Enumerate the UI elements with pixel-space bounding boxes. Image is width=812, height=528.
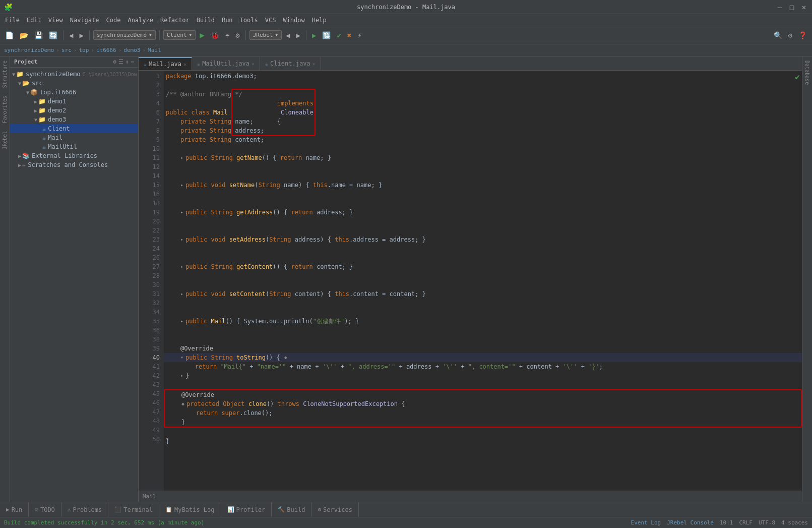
bottom-tab-terminal[interactable]: ⬛ Terminal — [108, 502, 159, 517]
bottom-tab-profiler[interactable]: 📊 Profiler — [221, 502, 272, 517]
fold-marker-40[interactable]: ▾ — [180, 353, 183, 362]
minimize-btn[interactable]: — — [776, 3, 784, 11]
jrebel-back-btn[interactable]: ◀ — [284, 30, 292, 40]
help-btn[interactable]: ❓ — [796, 30, 809, 40]
maximize-btn[interactable]: □ — [788, 3, 796, 11]
event-log-link[interactable]: Event Log — [631, 519, 661, 526]
sidebar-settings-btn[interactable]: ⋯ — [131, 58, 134, 65]
jrebel-tab[interactable]: JRebel — [1, 129, 9, 151]
fold-marker-27[interactable]: ▸ — [180, 262, 183, 271]
tree-item-scratches[interactable]: ▶ ✏ Scratches and Consoles — [10, 160, 138, 169]
favorites-tab[interactable]: Favorites — [1, 94, 9, 125]
sidebar-collapse-btn[interactable]: ☰ — [118, 58, 123, 65]
tab-client-label: Client.java — [270, 60, 310, 67]
open-btn[interactable]: 📂 — [18, 30, 30, 40]
code-line-26 — [164, 253, 802, 262]
ln-4: 4 — [141, 99, 160, 108]
bottom-tab-run[interactable]: ▶ Run — [0, 502, 29, 517]
menu-vcs[interactable]: VCS — [262, 16, 279, 25]
tree-item-src[interactable]: ▼ 📂 src — [10, 79, 138, 88]
menu-tools[interactable]: Tools — [237, 16, 261, 25]
menu-code[interactable]: Code — [103, 16, 124, 25]
tree-item-mailutil[interactable]: ☕ MailUtil — [10, 142, 138, 151]
menu-refactor[interactable]: Refactor — [157, 16, 193, 25]
menu-run[interactable]: Run — [219, 16, 236, 25]
bottom-tab-problems[interactable]: ⚠ Problems — [61, 502, 108, 517]
jrebel-console-link[interactable]: JRebel Console — [667, 519, 714, 526]
jrebel-sync-btn[interactable]: 🔃 — [320, 30, 333, 40]
config-dropdown-arrow: ▾ — [189, 32, 193, 38]
tab-mailutil-close[interactable]: ✕ — [252, 61, 255, 67]
tab-mail-close[interactable]: ✕ — [183, 62, 186, 67]
fold-marker-19[interactable]: ▸ — [180, 208, 183, 217]
bottom-tab-todo[interactable]: ☑ TODO — [29, 502, 61, 517]
tree-item-mail[interactable]: ☕ Mail — [10, 133, 138, 142]
mybatis-tab-label: MyBatis Log — [174, 506, 214, 513]
tree-item-package[interactable]: ▼ 📦 top.it6666 — [10, 88, 138, 97]
bottom-tab-services[interactable]: ⚙ Services — [311, 502, 358, 517]
fold-marker-35[interactable]: ▸ — [180, 317, 183, 326]
coverage-btn[interactable]: ☂ — [223, 30, 231, 40]
more-run-btn[interactable]: ⚙ — [233, 30, 241, 40]
breadcrumb-mail[interactable]: Mail — [148, 47, 161, 53]
tree-item-client[interactable]: ☕ Client — [10, 124, 138, 133]
ln-30: 30 — [141, 280, 160, 289]
new-file-btn[interactable]: 📄 — [3, 30, 16, 40]
jrebel-dropdown[interactable]: JRebel ▾ — [249, 30, 282, 40]
fold-marker-31[interactable]: ▸ — [180, 289, 183, 299]
tab-mailutil[interactable]: ☕ MailUtil.java ✕ — [192, 57, 260, 70]
forward-btn[interactable]: ▶ — [77, 30, 85, 40]
breadcrumb-src[interactable]: src — [61, 47, 72, 53]
run-btn[interactable]: ▶ — [198, 29, 207, 41]
structure-tab[interactable]: Structure — [1, 58, 9, 90]
fold-marker-23[interactable]: ▸ — [180, 235, 183, 244]
bottom-tab-mybatis[interactable]: 📋 MyBatis Log — [159, 502, 221, 517]
save-btn[interactable]: 💾 — [32, 30, 45, 40]
breadcrumb-project[interactable]: synchronizeDemo — [4, 47, 54, 53]
menu-window[interactable]: Window — [280, 16, 307, 25]
jrebel-x-btn[interactable]: ✖ — [345, 30, 353, 40]
refresh-btn[interactable]: 🔄 — [47, 30, 59, 40]
breadcrumb-top[interactable]: top — [79, 47, 89, 53]
project-dropdown[interactable]: synchronizeDemo ▾ — [93, 30, 156, 40]
config-dropdown[interactable]: Client ▾ — [163, 30, 196, 40]
fold-marker-42[interactable]: ▸ — [180, 371, 183, 380]
settings-btn[interactable]: ⚙ — [786, 30, 794, 40]
back-btn[interactable]: ◀ — [67, 30, 75, 40]
breadcrumb-demo3[interactable]: demo3 — [123, 47, 140, 53]
jrebel-check-btn[interactable]: ✔ — [335, 30, 343, 40]
tree-item-demo3[interactable]: ▼ 📁 demo3 — [10, 115, 138, 124]
demo2-icon: 📁 — [38, 107, 46, 114]
tree-item-root[interactable]: ▼ 📁 synchronizeDemo C:\Users\30315\Dow — [10, 70, 138, 79]
menu-build[interactable]: Build — [194, 16, 218, 25]
jrebel-run-btn[interactable]: ▶ — [310, 30, 318, 40]
database-tab[interactable]: Database — [803, 58, 811, 87]
breadcrumb-it6666[interactable]: it6666 — [96, 47, 116, 53]
tab-mail[interactable]: ☕ Mail.java ✕ — [139, 57, 192, 70]
code-content[interactable]: ✔ package top.it6666.demo3; /** @author … — [164, 71, 802, 491]
menu-help[interactable]: Help — [309, 16, 330, 25]
search-btn[interactable]: 🔍 — [772, 30, 784, 40]
sidebar-sort-btn[interactable]: ↕ — [126, 58, 129, 65]
menu-file[interactable]: File — [2, 16, 23, 25]
debug-btn[interactable]: 🐞 — [209, 30, 221, 40]
menu-edit[interactable]: Edit — [24, 16, 44, 25]
menu-view[interactable]: View — [45, 16, 66, 25]
tree-item-demo2[interactable]: ▶ 📁 demo2 — [10, 106, 138, 115]
fold-marker-15[interactable]: ▸ — [180, 181, 183, 190]
window-controls[interactable]: — □ ✕ — [776, 3, 808, 11]
menu-navigate[interactable]: Navigate — [67, 16, 102, 25]
sidebar-gear-btn[interactable]: ⚙ — [113, 58, 116, 65]
tree-item-demo1[interactable]: ▶ 📁 demo1 — [10, 97, 138, 106]
tree-item-extlib[interactable]: ▶ 📚 External Libraries — [10, 151, 138, 160]
code-line-11: ▸ public String getName () { return name… — [164, 153, 802, 162]
fold-marker-11[interactable]: ▸ — [180, 153, 183, 162]
fold-marker-46[interactable]: ◆ — [181, 399, 184, 408]
close-btn[interactable]: ✕ — [800, 3, 808, 11]
tab-client[interactable]: ☕ Client.java ✕ — [260, 57, 321, 70]
bottom-tab-build[interactable]: 🔨 Build — [272, 502, 311, 517]
menu-analyze[interactable]: Analyze — [124, 16, 156, 25]
tab-client-close[interactable]: ✕ — [313, 61, 316, 67]
jrebel-fwd-btn[interactable]: ▶ — [294, 30, 302, 40]
jrebel-icon[interactable]: ⚡ — [355, 30, 363, 40]
